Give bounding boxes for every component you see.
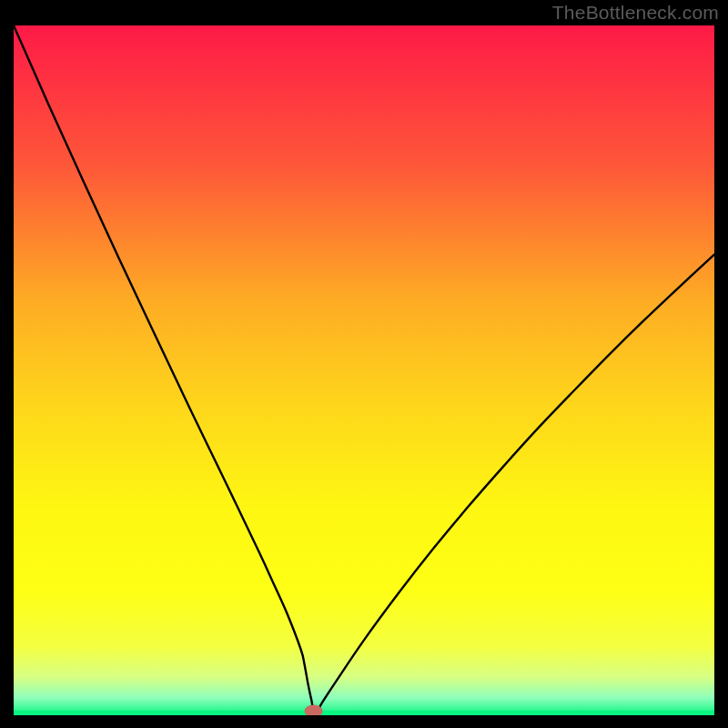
plot-area [14, 25, 714, 715]
bottom-band [14, 711, 714, 715]
chart-frame: TheBottleneck.com [0, 0, 728, 728]
chart-background [14, 25, 714, 715]
chart-svg [14, 25, 714, 715]
watermark-text: TheBottleneck.com [552, 2, 719, 24]
